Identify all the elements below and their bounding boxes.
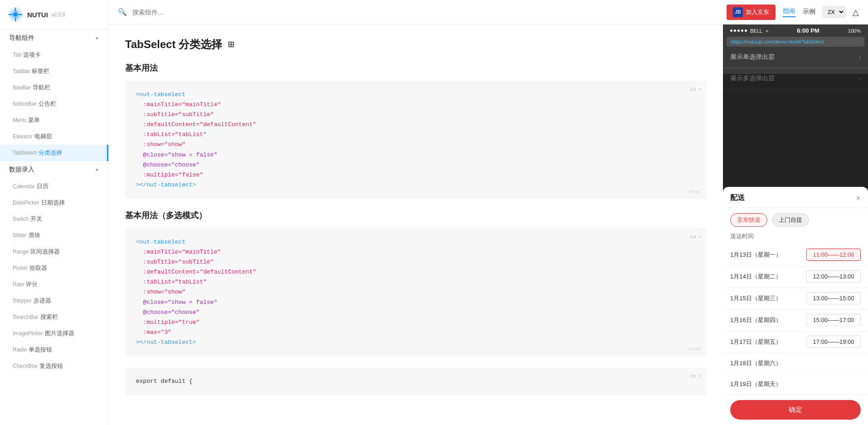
sidebar-item-switch[interactable]: Switch 开关 — [0, 211, 108, 227]
time-row-3: 1月15日（星期三） 13:00——15:00 — [723, 288, 868, 309]
sidebar-item-tab-zh: 选项卡 — [23, 51, 41, 59]
tab-demo[interactable]: 示例 — [803, 8, 815, 17]
sidebar-item-picker-zh: 拾取器 — [29, 264, 47, 272]
sidebar-item-rate[interactable]: Rate 评分 — [0, 276, 108, 293]
github-icon[interactable]: △ — [853, 7, 859, 17]
modal-close-button[interactable]: × — [856, 194, 861, 202]
sidebar-item-radio[interactable]: Radio 单选按钮 — [0, 342, 108, 358]
sidebar-item-elevator-zh: 电梯层 — [34, 132, 52, 141]
status-dot-5 — [745, 29, 747, 32]
status-dot-2 — [734, 29, 736, 32]
code-line-6: :show="show" — [136, 141, 185, 148]
sidebar-item-slider[interactable]: Slider 滑块 — [0, 227, 108, 244]
sidebar-item-tabbar[interactable]: TabBar 标签栏 — [0, 63, 108, 79]
code2-line-10: :max="3" — [136, 329, 171, 336]
status-time: 6:00 PM — [797, 27, 819, 34]
confirm-button[interactable]: 确定 — [730, 400, 861, 420]
page-title: TabSelect 分类选择 ⊞ — [125, 37, 707, 52]
code-line-1: <nut-tabselect — [136, 91, 185, 98]
sidebar-item-stepper[interactable]: Stepper 步进器 — [0, 293, 108, 309]
sidebar-item-slider-zh: 滑块 — [29, 231, 40, 239]
data-group-header[interactable]: 数据录入 ▼ — [0, 161, 108, 178]
sidebar-item-checkbox-en: CheckBox — [13, 363, 38, 369]
doc-panel: TabSelect 分类选择 ⊞ 基本用法 ▭ ▫ <nut-tabselect… — [109, 24, 723, 425]
delivery-tab-jd[interactable]: 京东快送 — [730, 213, 767, 227]
tab-guide[interactable]: 指南 — [783, 7, 795, 17]
code2-line-4: :defaultContent="defaultContent" — [136, 269, 256, 275]
time-date-7: 1月19日（星期天） — [730, 380, 781, 388]
sidebar-item-datepicker[interactable]: DatePicker 日期选择 — [0, 195, 108, 211]
sidebar-item-navbar-zh: 导航栏 — [33, 83, 50, 92]
expand-button-3[interactable]: ▫ — [699, 372, 701, 379]
sidebar-item-datepicker-zh: 日期选择 — [41, 199, 65, 207]
sidebar-item-noticebar[interactable]: NoticeBar 公告栏 — [0, 96, 108, 112]
code-label-1: html — [689, 188, 701, 196]
time-slot-1[interactable]: 11:00——12:00 — [806, 249, 861, 261]
time-slot-2[interactable]: 12:00——13:00 — [806, 270, 861, 283]
logo-version: v2.2.0 — [52, 12, 65, 17]
phone-url-bar[interactable]: https://nutui.jd.com/demo.html#/TabSelec… — [727, 37, 864, 47]
status-carrier: BELL — [750, 28, 762, 34]
code-line-4: :defaultContent="defaultContent" — [136, 121, 256, 128]
sidebar-item-navbar[interactable]: NavBar 导航栏 — [0, 79, 108, 96]
code2-line-8: @choose="choose" — [136, 309, 199, 316]
sidebar-item-checkbox[interactable]: CheckBox 复选按钮 — [0, 358, 108, 374]
expand-button-1[interactable]: ▫ — [699, 85, 701, 93]
sidebar-item-tabselect[interactable]: TabSelect 分类选择 — [0, 145, 108, 161]
copy-button-3[interactable]: ▭ — [690, 372, 696, 379]
main-area: 🔍 JD 加入京东 指南 示例 2X 1X 3X △ TabSelect 分类选… — [109, 0, 868, 425]
code-actions-2: ▭ ▫ — [690, 233, 701, 240]
status-battery: 100% — [848, 28, 861, 34]
sidebar-item-imagepicker[interactable]: ImagePicker 图片选择器 — [0, 325, 108, 342]
sidebar-item-menu[interactable]: Menu 菜单 — [0, 112, 108, 128]
sidebar-item-calendar[interactable]: Calendar 日历 — [0, 178, 108, 195]
nav-group-header[interactable]: 导航组件 ▼ — [0, 29, 108, 47]
sidebar-item-noticebar-en: NoticeBar — [13, 101, 37, 107]
sidebar-item-searchbar[interactable]: SearchBar 搜索栏 — [0, 309, 108, 325]
section2-title: 基本用法（多选模式） — [125, 210, 707, 221]
sidebar-item-searchbar-zh: 搜索栏 — [40, 313, 58, 321]
status-dot-3 — [737, 29, 740, 32]
sidebar-item-picker[interactable]: Picker 拾取器 — [0, 260, 108, 276]
modal-overlay[interactable]: 配送 × 京东快送 上门自提 送达时间 1月13日（星期一） 11:00——12… — [723, 74, 868, 425]
time-slot-5[interactable]: 17:00——19:00 — [806, 336, 861, 348]
page-title-text: TabSelect 分类选择 — [125, 37, 222, 52]
sidebar-item-elevator[interactable]: Elevator 电梯层 — [0, 128, 108, 145]
copy-button-1[interactable]: ▭ — [690, 85, 696, 93]
time-slot-4[interactable]: 15:00——17:00 — [806, 314, 861, 326]
status-dot-4 — [741, 29, 743, 32]
delivery-tab-pickup[interactable]: 上门自提 — [772, 213, 809, 227]
time-date-1: 1月13日（星期一） — [730, 251, 781, 259]
section1-title: 基本用法 — [125, 63, 707, 73]
code-block-3: ▭ ▫ export default { — [125, 367, 707, 396]
sidebar-item-stepper-zh: 步进器 — [34, 297, 51, 305]
demo-item-1[interactable]: 展示单选弹出层 › — [723, 47, 868, 68]
sidebar-item-switch-en: Switch — [13, 216, 29, 222]
sidebar-item-tab[interactable]: Tab 选项卡 — [0, 47, 108, 63]
time-slot-3[interactable]: 13:00——15:00 — [806, 292, 861, 304]
expand-button-2[interactable]: ▫ — [699, 233, 701, 240]
sidebar-item-switch-zh: 开关 — [30, 215, 42, 223]
sidebar-item-tabselect-en: TabSelect — [13, 150, 37, 156]
code2-line-9: :multiple="true" — [136, 319, 199, 326]
modal-panel: 配送 × 京东快送 上门自提 送达时间 1月13日（星期一） 11:00——12… — [723, 187, 868, 425]
code-line-3: :subTitle="subTitle" — [136, 111, 214, 118]
sidebar-item-imagepicker-en: ImagePicker — [13, 330, 43, 337]
sidebar: NUTUI v2.2.0 导航组件 ▼ Tab 选项卡 TabBar 标签栏 N… — [0, 0, 109, 425]
jd-join-button[interactable]: JD 加入京东 — [727, 5, 776, 20]
qr-icon[interactable]: ⊞ — [228, 39, 234, 49]
preview-panel: BELL ≈ 6:00 PM 100% https://nutui.jd.com… — [723, 24, 868, 425]
sidebar-item-searchbar-en: SearchBar — [13, 314, 39, 320]
code2-line-5: :tabList="tabList" — [136, 278, 207, 285]
sidebar-item-elevator-en: Elevator — [13, 133, 33, 140]
copy-button-2[interactable]: ▭ — [690, 233, 696, 240]
data-group-chevron-icon: ▼ — [95, 167, 99, 172]
sidebar-item-range[interactable]: Range 区间选择器 — [0, 244, 108, 260]
logo-name: NUTUI — [27, 11, 48, 19]
time-date-4: 1月16日（星期四） — [730, 316, 781, 324]
code-content-3: export default { — [136, 376, 696, 386]
phone-content: 展示单选弹出层 › 展示多选弹出层 › 配送 × 京东快送 — [723, 47, 868, 425]
sidebar-item-stepper-en: Stepper — [13, 298, 32, 304]
search-input[interactable] — [132, 9, 721, 16]
zoom-select[interactable]: 2X 1X 3X — [823, 6, 845, 18]
